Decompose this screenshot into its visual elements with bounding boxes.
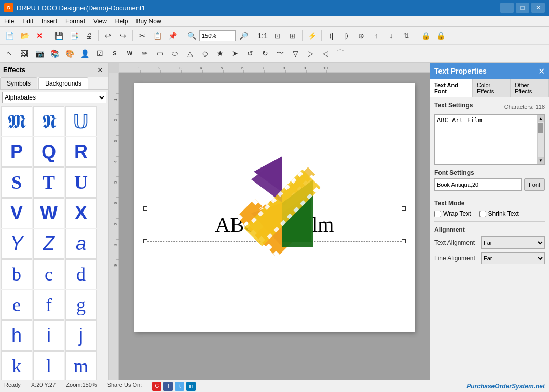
tri-left-button[interactable]: ◁ (318, 47, 333, 60)
lock-button[interactable]: 🔒 (418, 29, 433, 43)
menu-help[interactable]: Help (111, 17, 132, 26)
redo-button[interactable]: ↪ (116, 29, 130, 43)
align-center-button[interactable]: |⟩ (339, 29, 353, 43)
handle-tl[interactable] (143, 206, 147, 211)
symbol-W[interactable]: W (33, 198, 64, 228)
align-left-button[interactable]: ⟨| (324, 29, 338, 43)
open-button[interactable]: 📂 (17, 29, 32, 43)
menu-file[interactable]: File (0, 17, 18, 26)
paste-button[interactable]: 📌 (165, 29, 180, 43)
save-all-button[interactable]: 📑 (66, 29, 81, 43)
new-button[interactable]: 📄 (2, 29, 17, 43)
font-input[interactable] (434, 178, 522, 191)
symbol-g[interactable]: g (65, 290, 97, 320)
menu-buynow[interactable]: Buy Now (132, 17, 166, 26)
wrap-text-checkbox[interactable] (434, 211, 441, 217)
scroll-down[interactable]: ▼ (538, 157, 544, 164)
save-button[interactable]: 💾 (51, 29, 66, 43)
symbol-U[interactable]: 𝕌 (65, 106, 97, 136)
pen-button[interactable]: ✏ (138, 47, 152, 60)
symbol-S[interactable]: S (1, 167, 32, 198)
align-top-button[interactable]: ↑ (369, 29, 383, 43)
handle-br[interactable] (402, 239, 406, 243)
text-scrollbar[interactable]: ▲ ▼ (537, 115, 544, 164)
text-textarea[interactable]: ABC Art Film (435, 115, 537, 164)
social-google[interactable]: G (152, 382, 161, 391)
grid-button[interactable]: ⊞ (285, 29, 300, 43)
handle-tr[interactable] (402, 206, 406, 211)
right-panel-close-button[interactable]: ✕ (538, 66, 545, 76)
print-button[interactable]: 🖨 (81, 29, 96, 43)
symbol-M[interactable]: 𝕸 (1, 106, 32, 136)
zoom-100-button[interactable]: 1:1 (255, 29, 270, 43)
image-button[interactable]: 🖼 (17, 47, 32, 60)
symbol-c[interactable]: c (33, 259, 64, 289)
minimize-button[interactable]: ─ (500, 3, 514, 13)
tab-text-and-font[interactable]: Text And Font (430, 79, 473, 97)
zoom-out-button[interactable]: 🔎 (236, 29, 251, 43)
wordart-button[interactable]: S (107, 47, 122, 60)
fit-button[interactable]: ⊡ (270, 29, 285, 43)
symbol-N[interactable]: 𝕹 (33, 106, 64, 136)
copy-button[interactable]: 📋 (150, 29, 164, 43)
rect-button[interactable]: ▭ (153, 47, 167, 60)
diamond-button[interactable]: ◇ (198, 47, 212, 60)
zoom-input[interactable] (199, 30, 236, 41)
maximize-button[interactable]: □ (516, 3, 529, 13)
symbol-e[interactable]: e (1, 290, 32, 320)
undo-button[interactable]: ↩ (101, 29, 115, 43)
cut-button[interactable]: ✂ (135, 29, 149, 43)
triangle-button[interactable]: △ (183, 47, 197, 60)
wave-button[interactable]: 〜 (273, 47, 287, 60)
flip-button[interactable]: ⇅ (399, 29, 414, 43)
zoom-in-button[interactable]: 🔍 (184, 29, 199, 43)
symbol-Z[interactable]: Z (33, 229, 64, 259)
canvas-document[interactable]: ABC Art Film (134, 83, 415, 332)
line-alignment-select[interactable]: Near Center Far (481, 252, 545, 264)
symbol-U2[interactable]: U (65, 167, 97, 198)
tri-down-button[interactable]: ▽ (288, 47, 303, 60)
symbol-d[interactable]: d (65, 259, 97, 289)
effects-button[interactable]: ⚡ (305, 29, 319, 43)
redo2-button[interactable]: ↻ (258, 47, 272, 60)
symbol-V[interactable]: V (1, 198, 32, 228)
screenshot-button[interactable]: 📷 (32, 47, 47, 60)
social-twitter[interactable]: t (175, 382, 184, 391)
tab-color-effects[interactable]: Color Effects (473, 79, 511, 97)
symbol-Y[interactable]: Y (1, 229, 32, 259)
tab-backgrounds[interactable]: Backgrounds (38, 77, 88, 89)
symbol-i[interactable]: i (33, 320, 64, 351)
menu-insert[interactable]: Insert (37, 17, 61, 26)
text-button[interactable]: W (122, 47, 137, 60)
symbol-f[interactable]: f (33, 290, 64, 320)
menu-edit[interactable]: Edit (18, 17, 37, 26)
symbol-j[interactable]: j (65, 320, 97, 351)
symbol-l[interactable]: l (33, 351, 64, 380)
tab-other-effects[interactable]: Other Effects (511, 79, 549, 97)
menu-view[interactable]: View (89, 17, 111, 26)
ellipse-button[interactable]: ⬭ (168, 47, 182, 60)
align-right-button[interactable]: ⊕ (354, 29, 368, 43)
scroll-up[interactable]: ▲ (538, 115, 544, 122)
symbol-m[interactable]: m (65, 351, 97, 380)
star-button[interactable]: ★ (213, 47, 227, 60)
social-facebook[interactable]: f (163, 382, 173, 391)
contact-button[interactable]: 👤 (77, 47, 92, 60)
symbol-X[interactable]: X (65, 198, 97, 228)
close-doc-button[interactable]: ✕ (32, 29, 47, 43)
tri-right-button[interactable]: ▷ (303, 47, 318, 60)
layers-button[interactable]: 📚 (47, 47, 62, 60)
symbol-Q[interactable]: Q (33, 137, 64, 167)
undo2-button[interactable]: ↺ (243, 47, 257, 60)
font-button[interactable]: Font (524, 178, 545, 191)
symbol-P[interactable]: P (1, 137, 32, 167)
symbol-a[interactable]: a (65, 229, 97, 259)
symbol-k[interactable]: k (1, 351, 32, 380)
panel-close-button[interactable]: ✕ (95, 66, 105, 74)
arrow-button[interactable]: ➤ (228, 47, 242, 60)
canvas-area[interactable]: 1 2 3 4 5 6 7 8 9 10 1 2 (109, 63, 430, 380)
unlock-button[interactable]: 🔓 (433, 29, 448, 43)
symbol-T[interactable]: T (33, 167, 64, 198)
window-close-button[interactable]: ✕ (531, 3, 545, 13)
social-linkedin[interactable]: in (186, 382, 196, 391)
